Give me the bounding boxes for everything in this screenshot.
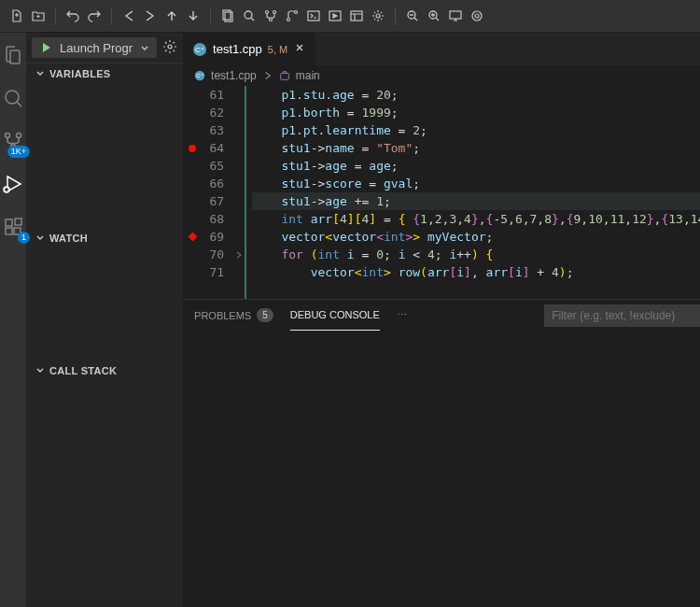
undo-icon[interactable]	[65, 8, 80, 23]
line-number: 65	[202, 157, 224, 175]
svg-text:C⁺: C⁺	[196, 73, 203, 78]
breakpoint-gutter[interactable]	[183, 246, 202, 263]
debug-sidebar: Launch Progr VARIABLES WATCH CALL STACK	[26, 33, 183, 607]
breakpoint-gutter[interactable]	[183, 121, 202, 139]
redo-icon[interactable]	[87, 8, 102, 23]
cpp-file-icon: C⁺	[194, 70, 205, 81]
top-toolbar	[0, 0, 700, 33]
code-line[interactable]: p1.stu.age = 20;	[252, 86, 700, 104]
back-icon[interactable]	[121, 8, 136, 23]
line-number: 69	[202, 228, 224, 246]
svg-point-17	[6, 91, 19, 104]
breakpoint-gutter[interactable]	[183, 175, 202, 192]
new-file-icon[interactable]	[9, 8, 24, 23]
editor-tab[interactable]: C⁺ test1.cpp 5, M	[183, 33, 315, 65]
svg-point-15	[472, 11, 482, 21]
svg-rect-14	[450, 11, 461, 19]
debug-config-label: Launch Progr	[60, 41, 133, 55]
terminal-icon[interactable]	[306, 8, 321, 23]
svg-rect-23	[6, 228, 12, 234]
breakpoint-gutter[interactable]	[183, 86, 202, 104]
svg-point-2	[245, 11, 252, 19]
breakpoint-gutter[interactable]	[183, 139, 202, 157]
code-line[interactable]: stu1->age += 1;	[252, 192, 700, 210]
ext-badge: 1	[18, 232, 30, 244]
svg-point-3	[266, 11, 269, 14]
code-line[interactable]: int arr[4][4] = { {1,2,3,4},{-5,6,7,8},{…	[252, 210, 700, 228]
screen-icon[interactable]	[448, 8, 463, 23]
svg-point-16	[475, 14, 479, 18]
problems-tab[interactable]: PROBLEMS5	[194, 300, 273, 331]
svg-point-18	[6, 134, 10, 138]
debug-config-selector[interactable]: Launch Progr	[32, 37, 157, 58]
svg-rect-10	[351, 11, 362, 21]
svg-rect-31	[280, 73, 288, 79]
zoom-in-icon[interactable]	[427, 8, 441, 23]
line-number: 61	[202, 86, 224, 104]
svg-point-21	[4, 187, 9, 192]
scm-badge: 1K+	[7, 146, 30, 158]
breakpoint-gutter[interactable]	[183, 263, 202, 281]
line-number: 68	[202, 210, 224, 228]
breadcrumb[interactable]: C⁺ test1.cpp main	[183, 65, 700, 86]
search-icon[interactable]	[0, 85, 26, 111]
up-icon[interactable]	[164, 8, 179, 23]
play-panel-icon[interactable]	[328, 8, 343, 23]
problems-count: 5	[257, 308, 273, 322]
extensions-icon[interactable]: 1	[0, 214, 26, 240]
code-line[interactable]: p1.pt.learntime = 2;	[252, 121, 700, 139]
breakpoint-gutter[interactable]	[183, 157, 202, 175]
code-line[interactable]: vector<int> row(arr[i], arr[i] + 4);	[252, 263, 700, 281]
code-line[interactable]: for (int i = 0; i < 4; i++) {	[252, 246, 700, 263]
watch-header[interactable]: WATCH	[26, 228, 183, 248]
code-line[interactable]: stu1->score = gval;	[252, 175, 700, 192]
variables-header[interactable]: VARIABLES	[26, 64, 183, 84]
search-icon[interactable]	[242, 8, 257, 23]
breakpoint-gutter[interactable]	[183, 104, 202, 121]
line-number: 70	[202, 246, 224, 263]
code-line[interactable]: vector<vector<int>> myVector;	[252, 228, 700, 246]
new-folder-icon[interactable]	[31, 8, 46, 23]
line-number: 71	[202, 263, 224, 281]
panel-filter-input[interactable]	[544, 304, 700, 327]
close-icon[interactable]	[293, 41, 306, 57]
settings-icon[interactable]	[371, 8, 385, 23]
files-icon[interactable]	[220, 8, 235, 23]
breakpoint-gutter[interactable]	[183, 228, 202, 246]
branch-icon[interactable]	[263, 8, 278, 23]
explorer-icon[interactable]	[0, 42, 26, 68]
code-line[interactable]: stu1->name = "Tom";	[252, 139, 700, 157]
code-line[interactable]: stu1->age = age;	[252, 157, 700, 175]
svg-rect-8	[308, 11, 319, 21]
svg-rect-22	[6, 219, 12, 226]
line-number: 62	[202, 104, 224, 121]
down-icon[interactable]	[186, 8, 201, 23]
breakpoint-gutter[interactable]	[183, 210, 202, 228]
activity-bar: 1K+ 1	[0, 33, 26, 607]
source-control-icon[interactable]: 1K+	[0, 128, 26, 154]
line-number: 63	[202, 121, 224, 139]
run-debug-icon[interactable]	[0, 171, 26, 197]
cpp-file-icon: C⁺	[192, 42, 207, 57]
line-number: 64	[202, 139, 224, 157]
svg-point-11	[376, 14, 380, 18]
svg-rect-25	[15, 219, 21, 225]
debug-console-tab[interactable]: DEBUG CONSOLE	[290, 300, 380, 331]
target-icon[interactable]	[469, 8, 484, 23]
code-editor[interactable]: 6162636465666768697071 p1.stu.age = 20; …	[183, 86, 700, 299]
tab-modified-badge: 5, M	[268, 44, 287, 55]
panel-more-icon[interactable]: ⋯	[397, 300, 407, 331]
debug-settings-icon[interactable]	[162, 39, 177, 57]
code-line[interactable]: p1.borth = 1999;	[252, 104, 700, 121]
forward-icon[interactable]	[143, 8, 158, 23]
svg-point-7	[295, 11, 298, 14]
tab-title: test1.cpp	[213, 42, 262, 56]
zoom-out-icon[interactable]	[405, 8, 420, 23]
svg-point-6	[287, 19, 290, 21]
breakpoint-gutter[interactable]	[183, 192, 202, 210]
layout-icon[interactable]	[349, 8, 364, 23]
svg-point-19	[17, 134, 21, 138]
svg-point-26	[168, 45, 172, 49]
callstack-header[interactable]: CALL STACK	[26, 360, 183, 381]
git-icon[interactable]	[285, 8, 300, 23]
